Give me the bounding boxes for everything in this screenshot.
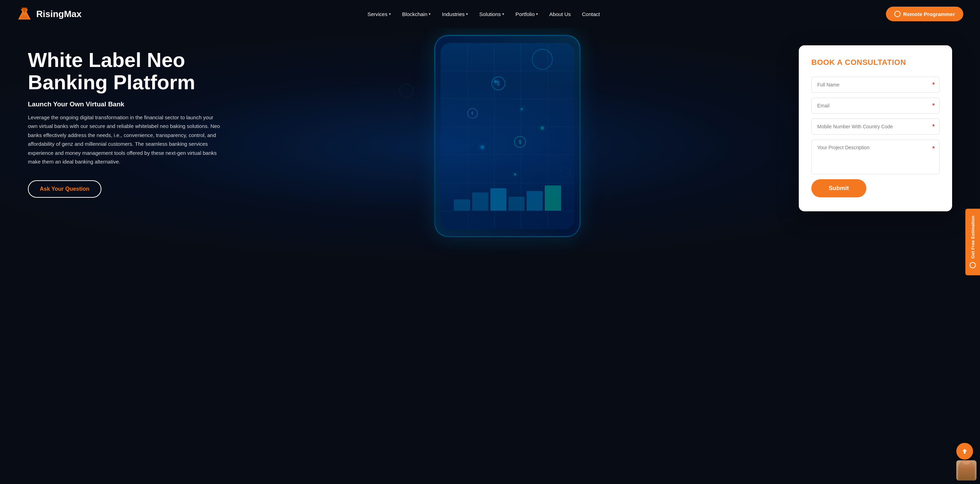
email-group: * <box>811 98 940 114</box>
remote-programmer-button[interactable]: Remote Programmer <box>886 6 963 21</box>
hero-title: White Label Neo Banking Platform <box>28 49 251 94</box>
side-panel: Get Free Estimation <box>966 209 980 275</box>
mobile-group: * <box>811 119 940 135</box>
circle-icon <box>970 262 976 268</box>
arrow-up-icon <box>961 448 968 455</box>
mobile-input[interactable] <box>811 119 940 135</box>
nav-links: Services ▾ Blockchain ▾ Industries ▾ Sol… <box>368 11 600 17</box>
chat-avatar[interactable] <box>956 460 977 481</box>
required-star: * <box>932 123 935 131</box>
get-free-estimation-tab[interactable]: Get Free Estimation <box>966 209 980 275</box>
nav-item-portfolio[interactable]: Portfolio ▾ <box>515 11 538 17</box>
nav-item-about[interactable]: About Us <box>549 11 571 17</box>
hero-description: Leverage the ongoing digital transformat… <box>28 113 223 166</box>
hero-content: White Label Neo Banking Platform Launch … <box>28 42 251 198</box>
hero-section: ₿ $ € White Label Neo Banking Platform L… <box>0 28 980 265</box>
consultation-form-card: BOOK A CONSULTATION * * * * Submit <box>799 45 952 211</box>
chevron-down-icon: ▾ <box>502 12 504 16</box>
email-input[interactable] <box>811 98 940 114</box>
nav-item-industries[interactable]: Industries ▾ <box>442 11 468 17</box>
chevron-down-icon: ▾ <box>389 12 391 16</box>
scroll-top-button[interactable] <box>956 443 973 460</box>
nav-item-contact[interactable]: Contact <box>582 11 600 17</box>
chevron-down-icon: ▾ <box>466 12 468 16</box>
full-name-input[interactable] <box>811 77 940 93</box>
ask-question-button[interactable]: Ask Your Question <box>28 180 102 198</box>
navbar: RisingMax Services ▾ Blockchain ▾ Indust… <box>0 0 980 28</box>
nav-item-solutions[interactable]: Solutions ▾ <box>479 11 504 17</box>
circle-icon <box>894 11 900 17</box>
project-description-input[interactable] <box>811 140 940 174</box>
avatar-image <box>956 460 977 481</box>
logo-icon <box>17 6 32 22</box>
required-star: * <box>932 81 935 89</box>
nav-item-services[interactable]: Services ▾ <box>368 11 391 17</box>
form-title: BOOK A CONSULTATION <box>811 58 940 67</box>
full-name-group: * <box>811 77 940 93</box>
nav-item-blockchain[interactable]: Blockchain ▾ <box>402 11 431 17</box>
logo-text: RisingMax <box>36 9 81 19</box>
required-star: * <box>932 102 935 110</box>
hero-subtitle: Launch Your Own Virtual Bank <box>28 100 251 108</box>
logo[interactable]: RisingMax <box>17 6 81 22</box>
required-star: * <box>932 145 935 152</box>
chevron-down-icon: ▾ <box>429 12 431 16</box>
chevron-down-icon: ▾ <box>536 12 538 16</box>
submit-button[interactable]: Submit <box>811 179 866 197</box>
description-group: * <box>811 140 940 174</box>
